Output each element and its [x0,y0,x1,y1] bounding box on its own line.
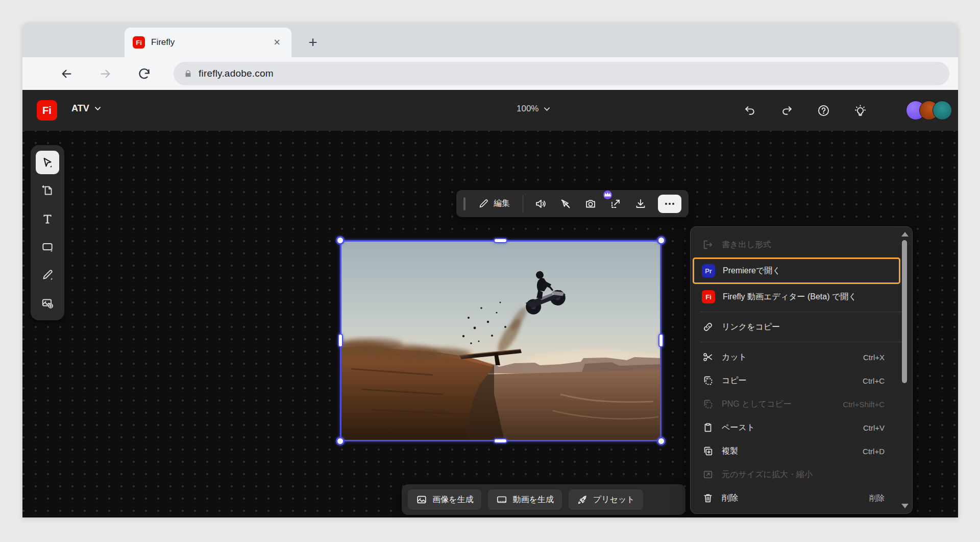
project-name-menu[interactable]: ATV [71,103,101,114]
scrollbar-thumb[interactable] [902,240,907,383]
browser-nav-bar: firefly.adobe.com [22,57,958,90]
chevron-down-icon [94,105,101,112]
url-text: firefly.adobe.com [199,68,274,79]
shortcut: Ctrl+X [863,353,885,362]
trash-icon [702,492,714,504]
more-options-button[interactable] [658,195,681,213]
export-icon [702,239,714,251]
firefly-logo[interactable]: Fi [37,100,57,121]
copy-icon [702,374,714,387]
menu-item-scale-to-original: 元のサイズに拡大・縮小 [691,463,912,486]
premiere-badge: Pr [702,264,715,277]
project-name: ATV [71,103,89,114]
forward-icon[interactable] [96,64,114,83]
menu-item-duplicate[interactable]: 複製 Ctrl+D [691,439,912,463]
browser-window: Fi Firefly × + firefly.adobe.com [22,22,958,517]
menu-item-copy-link[interactable]: リンクをコピー [691,315,912,339]
rocket-icon [577,494,588,505]
selection-toolbar: 編集 [456,190,689,217]
zoom-level: 100% [517,104,538,114]
menu-item-open-premiere[interactable]: Pr Premiereで開く [693,258,900,284]
atv-cliff-jump-photo [341,241,660,440]
resize-handle-top[interactable] [494,238,507,243]
screenshot-root: Fi Firefly × + firefly.adobe.com [0,0,980,542]
resize-handle-top-right[interactable] [657,236,666,245]
camera-icon[interactable] [583,195,598,213]
tool-rail [31,145,64,320]
chevron-down-icon [544,106,550,112]
premium-crown-icon [603,191,612,199]
presets-button[interactable]: プリセット [569,489,643,510]
undo-icon[interactable] [739,99,761,122]
divider [523,195,523,213]
edit-button[interactable]: 編集 [475,198,513,209]
scissors-icon [702,351,714,363]
browser-tab-bar: Fi Firefly × + [22,22,958,57]
menu-item-copy-as-png: PNG としてコピー Ctrl+Shift+C [691,392,912,416]
add-page-icon[interactable] [36,179,59,202]
resize-icon [702,468,714,481]
shortcut: Ctrl+V [863,423,885,432]
generate-image-button[interactable]: 画像を生成 [408,489,481,510]
editor-canvas[interactable]: 編集 [22,131,958,517]
generate-bar: 画像を生成 動画を生成 プリセット [402,484,685,515]
menu-item-open-firefly-editor[interactable]: Fi Firefly 動画エディター (Beta) で開く [691,285,912,309]
menu-scrollbar[interactable] [900,232,909,508]
menu-item-delete[interactable]: 削除 削除 [691,486,912,510]
menu-divider [700,312,903,312]
reload-icon[interactable] [135,64,153,83]
resize-handle-bottom-left[interactable] [336,437,345,445]
duplicate-icon [702,445,714,457]
download-icon[interactable] [633,195,648,213]
copy-icon [702,398,714,410]
new-tab-button[interactable]: + [304,34,322,51]
resize-handle-top-left[interactable] [336,236,345,245]
back-icon[interactable] [57,64,76,83]
shape-tool-icon[interactable] [36,235,59,258]
shortcut: Ctrl+D [863,447,885,456]
drag-handle[interactable] [463,197,465,210]
resize-handle-right[interactable] [658,334,664,347]
shortcut: Ctrl+Shift+C [843,400,885,409]
menu-divider [700,342,903,342]
zoom-level-dropdown[interactable]: 100% [517,104,550,114]
volume-icon[interactable] [533,195,548,213]
film-icon [496,494,507,505]
resize-handle-left[interactable] [338,334,343,347]
paste-icon [702,421,714,434]
app-header: Fi ATV 100% [22,90,958,131]
discover-bulb-icon[interactable] [849,99,871,122]
resize-handle-bottom[interactable] [494,438,507,443]
menu-item-copy[interactable]: コピー Ctrl+C [691,369,912,392]
help-icon[interactable] [812,99,835,122]
menu-item-cut[interactable]: カット Ctrl+X [691,345,912,369]
pencil-icon [478,198,489,209]
browser-tab[interactable]: Fi Firefly × [125,28,291,57]
generate-video-button[interactable]: 動画を生成 [488,489,561,510]
image-icon [416,494,427,505]
select-cursor-icon[interactable] [36,151,59,174]
link-icon [702,321,714,333]
shortcut: Ctrl+C [863,376,885,385]
avatar[interactable] [933,101,952,120]
tab-title: Firefly [151,37,271,48]
selected-image[interactable] [341,241,660,440]
firefly-badge: Fi [702,290,715,303]
resize-handle-bottom-right[interactable] [657,437,666,445]
menu-item-export-format: 書き出し形式 [691,233,912,256]
draw-tool-icon[interactable] [36,263,59,287]
menu-item-paste[interactable]: ペースト Ctrl+V [691,416,912,439]
upscale-premium-icon[interactable] [608,195,623,213]
redo-icon[interactable] [775,99,798,122]
url-bar[interactable]: firefly.adobe.com [174,62,949,85]
text-tool-icon[interactable] [36,207,59,230]
presets-label: プリセット [593,494,635,505]
scroll-down-icon[interactable] [901,504,909,508]
close-tab-icon[interactable]: × [271,36,283,49]
pointer-off-icon[interactable] [558,195,573,213]
add-image-icon[interactable] [36,291,59,315]
collaborator-avatars[interactable] [912,101,952,120]
generate-image-label: 画像を生成 [432,494,473,505]
firefly-favicon: Fi [133,36,145,49]
scroll-up-icon[interactable] [901,232,909,237]
